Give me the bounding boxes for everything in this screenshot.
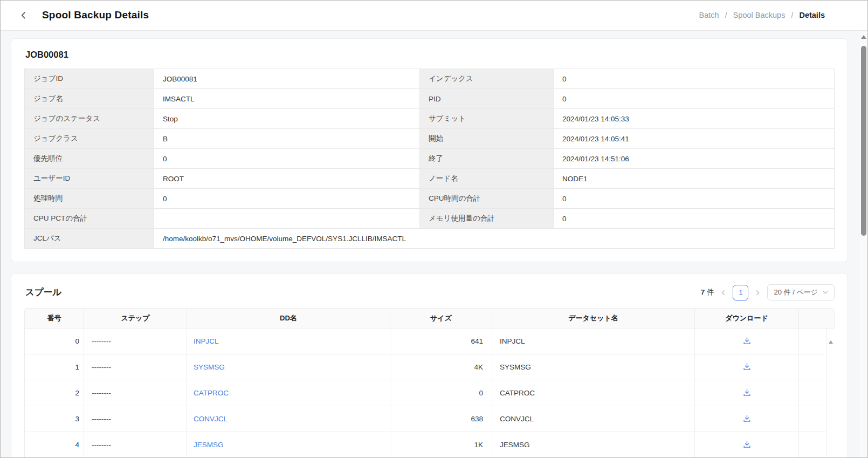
- job-detail-row: 優先順位0終了2024/01/23 14:51:06: [25, 149, 835, 169]
- download-cell: [694, 329, 798, 354]
- job-details-table: ジョブIDJOB00081インデックス0ジョブ名IMSACTLPID0ジョブのス…: [24, 69, 835, 249]
- detail-label: CPU PCTの合計: [25, 209, 154, 229]
- pagination: 7 件 1 20 件 / ページ: [701, 284, 835, 300]
- job-card-title: JOB00081: [25, 50, 835, 60]
- step-cell: --------: [84, 380, 187, 406]
- filler-cell: [798, 380, 826, 406]
- step-cell: --------: [84, 354, 187, 380]
- detail-value: 0: [154, 189, 420, 209]
- row-number-cell: 1: [24, 354, 84, 380]
- download-button[interactable]: [741, 413, 753, 425]
- spool-scrollbar[interactable]: [826, 329, 835, 458]
- breadcrumb-item-batch[interactable]: Batch: [699, 11, 719, 19]
- detail-label: ジョブID: [25, 69, 154, 89]
- detail-value: 0: [554, 189, 835, 209]
- spool-table-header: 番号ステップDD名サイズデータセット名ダウンロード: [24, 308, 835, 329]
- download-button[interactable]: [741, 361, 753, 373]
- detail-value: 2024/01/23 14:05:41: [554, 129, 835, 149]
- size-cell: 1K: [390, 432, 492, 458]
- job-details-card: JOB00081 ジョブIDJOB00081インデックス0ジョブ名IMSACTL…: [11, 38, 848, 262]
- row-number-cell: 0: [24, 329, 84, 354]
- chevron-right-icon: [755, 290, 761, 296]
- dd-name-cell: INPJCL: [187, 329, 390, 354]
- page-size-value: 20 件 / ページ: [774, 288, 818, 297]
- dd-name-cell: CATPROC: [187, 380, 390, 406]
- page-title: Spool Backup Details: [42, 9, 149, 21]
- job-detail-row: ユーザーIDROOTノード名NODE1: [25, 169, 835, 189]
- top-bar: Spool Backup Details Batch / Spool Backu…: [0, 0, 868, 31]
- total-count: 7: [701, 288, 705, 296]
- size-cell: 641: [390, 329, 492, 354]
- step-cell: --------: [84, 432, 187, 458]
- breadcrumb: Batch / Spool Backups / Details: [699, 11, 825, 19]
- detail-value: 0: [554, 89, 835, 109]
- size-cell: 0: [390, 380, 492, 406]
- dd-name-cell: CONVJCL: [187, 406, 390, 432]
- download-cell: [694, 406, 798, 432]
- column-header-filler: [798, 308, 835, 329]
- detail-value: /home/koolkb/o71_mvs/OHOME/volume_DEFVOL…: [154, 229, 835, 249]
- filler-cell: [798, 432, 826, 458]
- column-header-1: 番号: [24, 308, 84, 329]
- scroll-up-icon[interactable]: [861, 35, 866, 39]
- spool-row: 1--------SYSMSG4KSYSMSG: [24, 354, 826, 380]
- detail-value: Stop: [154, 109, 420, 129]
- spool-card-title: スプール: [25, 286, 61, 298]
- download-cell: [694, 432, 798, 458]
- scrollbar-thumb[interactable]: [861, 46, 866, 236]
- breadcrumb-item-spool-backups[interactable]: Spool Backups: [733, 11, 786, 19]
- prev-page-button[interactable]: [719, 290, 727, 296]
- detail-label: ジョブのステータス: [25, 109, 154, 129]
- download-cell: [694, 380, 798, 406]
- job-detail-row: ジョブのステータスStopサブミット2024/01/23 14:05:33: [25, 109, 835, 129]
- page-number-button[interactable]: 1: [733, 285, 748, 300]
- dd-name-link[interactable]: INPJCL: [194, 337, 219, 345]
- detail-label: 処理時間: [25, 189, 154, 209]
- breadcrumb-separator: /: [725, 11, 727, 19]
- detail-value: B: [154, 129, 420, 149]
- size-cell: 4K: [390, 354, 492, 380]
- detail-value: 0: [554, 69, 835, 89]
- dd-name-link[interactable]: CATPROC: [194, 389, 229, 397]
- page-size-select[interactable]: 20 件 / ページ: [767, 284, 835, 300]
- detail-label: ジョブクラス: [25, 129, 154, 149]
- back-button[interactable]: [16, 8, 30, 22]
- dd-name-cell: JESMSG: [187, 432, 390, 458]
- page-scrollbar[interactable]: [859, 31, 868, 458]
- detail-label: 開始: [420, 129, 554, 149]
- job-detail-row: ジョブクラスB開始2024/01/23 14:05:41: [25, 129, 835, 149]
- step-cell: --------: [84, 406, 187, 432]
- job-detail-row: ジョブ名IMSACTLPID0: [25, 89, 835, 109]
- detail-value: [154, 209, 420, 229]
- filler-cell: [798, 406, 826, 432]
- download-icon: [743, 388, 751, 397]
- breadcrumb-item-details: Details: [799, 11, 825, 19]
- download-icon: [743, 440, 751, 448]
- detail-label: 終了: [420, 149, 554, 169]
- spool-header-row: 番号ステップDD名サイズデータセット名ダウンロード: [24, 308, 835, 329]
- job-detail-row: JCLパス/home/koolkb/o71_mvs/OHOME/volume_D…: [25, 229, 835, 249]
- detail-label: PID: [420, 89, 554, 109]
- scroll-up-icon[interactable]: [829, 340, 833, 344]
- dd-name-link[interactable]: CONVJCL: [194, 415, 228, 423]
- spool-row: 0--------INPJCL641INPJCL: [24, 329, 826, 354]
- dataset-name-cell: INPJCL: [492, 329, 694, 354]
- download-button[interactable]: [741, 336, 753, 347]
- detail-value: JOB00081: [154, 69, 420, 89]
- download-button[interactable]: [741, 439, 753, 451]
- spool-table-body: 0--------INPJCL641INPJCL1--------SYSMSG4…: [24, 329, 826, 458]
- chevron-left-icon: [19, 11, 27, 19]
- dd-name-link[interactable]: JESMSG: [194, 441, 224, 449]
- spool-table-body-area: 0--------INPJCL641INPJCL1--------SYSMSG4…: [24, 329, 835, 458]
- filler-cell: [798, 329, 826, 354]
- download-button[interactable]: [741, 387, 753, 399]
- next-page-button[interactable]: [754, 290, 762, 296]
- dd-name-cell: SYSMSG: [187, 354, 390, 380]
- dd-name-link[interactable]: SYSMSG: [194, 363, 225, 371]
- spool-row: 2--------CATPROC0CATPROC: [24, 380, 826, 406]
- main-content: JOB00081 ジョブIDJOB00081インデックス0ジョブ名IMSACTL…: [0, 31, 859, 458]
- detail-label: メモリ使用量の合計: [420, 209, 554, 229]
- job-detail-row: CPU PCTの合計メモリ使用量の合計0: [25, 209, 835, 229]
- dataset-name-cell: JESMSG: [492, 432, 694, 458]
- spool-card: スプール 7 件 1 20 件 / ページ: [11, 273, 848, 458]
